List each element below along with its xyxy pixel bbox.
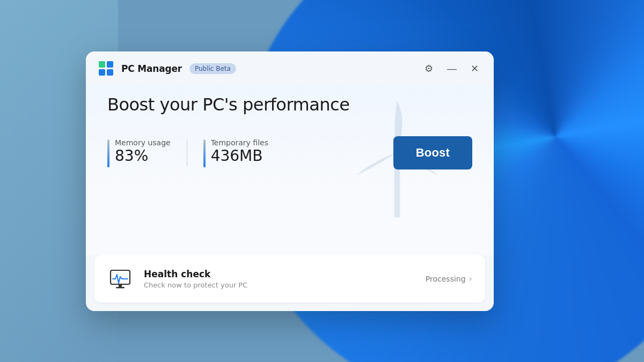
memory-bar [107, 139, 109, 167]
settings-button[interactable]: ⚙ [422, 63, 435, 75]
health-check-icon [107, 266, 133, 292]
temp-files-value: 436MB [211, 148, 268, 165]
memory-value: 83% [115, 148, 171, 165]
app-logo [99, 61, 114, 76]
logo-quad-tl [99, 61, 105, 68]
svg-rect-3 [119, 284, 122, 287]
main-content: Boost your PC's performance Memory usage… [86, 84, 494, 255]
health-check-section[interactable]: Health check Check now to protect your P… [94, 255, 485, 302]
logo-quad-tr [107, 61, 113, 68]
health-check-text: Health check Check now to protect your P… [144, 269, 415, 289]
beta-badge: Public Beta [189, 63, 236, 74]
health-check-title: Health check [144, 269, 415, 279]
app-title: PC Manager [121, 63, 182, 74]
close-button[interactable]: ✕ [469, 63, 481, 75]
svg-rect-4 [116, 287, 125, 289]
health-status-text: Processing [426, 275, 466, 283]
stats-row: Memory usage 83% Temporary files 436MB B… [107, 136, 472, 169]
temp-files-bar [203, 139, 206, 167]
temp-files-info: Temporary files 436MB [211, 138, 268, 165]
main-headline: Boost your PC's performance [107, 89, 472, 115]
health-check-subtitle: Check now to protect your PC [144, 281, 415, 289]
health-monitor-svg [108, 267, 132, 291]
memory-info: Memory usage 83% [115, 138, 171, 165]
health-check-status[interactable]: Processing › [426, 274, 472, 284]
app-window: PC Manager Public Beta ⚙ — ✕ Boost your … [86, 51, 494, 311]
logo-quad-bl [99, 69, 105, 76]
stat-divider [187, 139, 187, 166]
temp-files-label: Temporary files [211, 138, 268, 147]
titlebar-controls: ⚙ — ✕ [422, 63, 481, 75]
logo-quad-br [107, 69, 113, 76]
minimize-button[interactable]: — [445, 63, 459, 75]
titlebar: PC Manager Public Beta ⚙ — ✕ [86, 51, 494, 84]
memory-stat: Memory usage 83% [107, 138, 171, 167]
boost-button[interactable]: Boost [393, 136, 472, 169]
temp-files-stat: Temporary files 436MB [203, 138, 268, 167]
memory-label: Memory usage [115, 138, 171, 147]
health-chevron-icon: › [469, 274, 472, 284]
